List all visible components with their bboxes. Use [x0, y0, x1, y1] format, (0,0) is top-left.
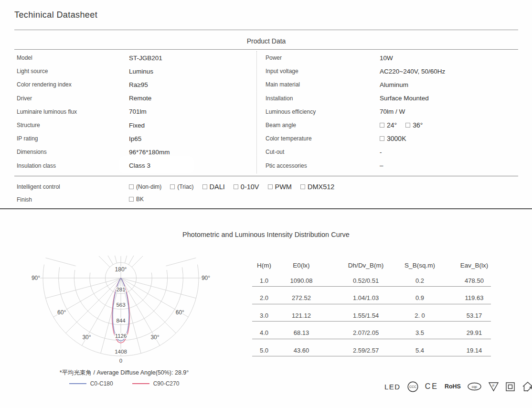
spec-label: Model: [17, 54, 129, 61]
double-insulation-icon: [505, 382, 515, 392]
table-row-underline: [252, 286, 491, 287]
chart-tick-label: 1408: [115, 349, 127, 354]
spec-label: Dimensions: [17, 149, 129, 155]
cqc-mark-icon: cqc: [467, 382, 482, 391]
checkbox-label: DMX512: [308, 183, 334, 191]
spec-value: Ip65: [129, 135, 141, 142]
spec-value: ST-JGB201: [129, 54, 162, 62]
spec-label: Luminous efficiency: [266, 108, 380, 115]
checkbox-option: BK: [129, 196, 144, 203]
legend-item-c0-c180: C0-C180: [69, 380, 113, 387]
table-header-cell: Eav_B(lx): [460, 262, 489, 269]
checkbox-group: 3000K: [380, 135, 415, 142]
checkbox-icon: [380, 123, 384, 128]
spec-value: AC220~240V, 50/60Hz: [380, 68, 445, 75]
spec-value: Class 3: [129, 162, 150, 169]
legend-line-icon: [132, 383, 149, 384]
table-header-cell: E0(lx): [293, 262, 309, 269]
table-row-underline: [252, 356, 491, 356]
spec-label: Installation: [266, 95, 380, 102]
table-row-underline: [252, 304, 491, 304]
spec-value: 70lm / W: [380, 108, 405, 115]
checkbox-option: (Non-dim): [129, 183, 161, 190]
spec-label: Driver: [17, 95, 129, 102]
spec-value: Luminus: [129, 68, 153, 75]
spec-value: Aluminum: [380, 81, 408, 88]
checkbox-group: 24°36°: [380, 121, 431, 129]
svg-text:F: F: [492, 383, 495, 387]
spec-row: Main materialAluminum: [266, 78, 519, 91]
spec-label: IP rating: [17, 135, 129, 142]
spec-value: Fixed: [129, 122, 145, 129]
spec-column-left: ModelST-JGB201Light sourceLuminusColor r…: [17, 51, 255, 172]
table-row: 2.0272.521.04/1.030.9119.63: [241, 291, 499, 304]
chart-tick-label: 563: [116, 302, 125, 308]
table-row: 5.043.602.59/2.575.419.14: [241, 344, 499, 356]
legend-item-c90-c270: C90-C270: [132, 380, 180, 387]
photometric-section-title: Photometric and Luminous Intensity Distr…: [0, 231, 532, 238]
table-cell: 1.04/1.03: [353, 294, 379, 301]
spec-row: Cut-out-: [266, 145, 519, 159]
spec-row: Insulation classClass 3: [17, 159, 255, 172]
chart-legend: C0-C180 C90-C270: [24, 380, 224, 387]
chart-tick-label: 60°: [176, 309, 184, 316]
divider-bottom: [0, 208, 532, 209]
table-row-underline: [252, 339, 491, 339]
spec-value: -: [380, 149, 382, 156]
table-cell: 4.0: [260, 329, 268, 336]
photometric-table: H(m)E0(lx)Dh/Dv_B(m)S_B(sq.m)Eav_B(lx) 1…: [241, 259, 499, 271]
table-cell: 5.4: [415, 346, 424, 354]
divider-mid: [14, 176, 518, 176]
spec-row: Intelligent control(Non-dim)(Triac)DALI0…: [17, 180, 518, 193]
spec-row: Beam angle24°36°: [266, 118, 519, 132]
spec-column-right: Power10WInput voltageAC220~240V, 50/60Hz…: [266, 51, 519, 172]
spec-row: Light sourceLuminus: [17, 64, 255, 78]
legend-label: C0-C180: [90, 380, 113, 387]
table-row: 4.068.132.07/2.053.529.91: [241, 326, 499, 339]
spec-row: FinishBK: [17, 193, 518, 206]
page-title: Techinical Datasheet: [14, 10, 97, 20]
table-cell: 0.52/0.51: [353, 277, 379, 284]
table-cell: 0.9: [415, 294, 424, 301]
spec-label: Power: [266, 54, 380, 61]
legend-label: C90-C270: [153, 380, 180, 387]
checkbox-label: (Non-dim): [136, 183, 161, 190]
spec-row: ModelST-JGB201: [17, 51, 255, 64]
table-cell: 2.59/2.57: [353, 346, 379, 354]
divider-under-section-title: [14, 49, 518, 50]
table-row: 3.0121.121.55/1.542. 053.17: [241, 309, 499, 322]
table-cell: 53.17: [467, 311, 482, 319]
spec-value: Remote: [129, 95, 151, 102]
spec-row: Luminous efficiency70lm / W: [266, 105, 519, 118]
table-cell: 43.60: [294, 346, 309, 354]
column-divider: [256, 51, 257, 173]
spec-label: Cut-out: [266, 149, 380, 155]
spec-label: Beam angle: [266, 122, 380, 129]
spec-value: 10W: [380, 54, 393, 62]
divider-top: [14, 30, 518, 30]
table-cell: 0.2: [415, 277, 424, 284]
spec-label: Color rendering index: [17, 81, 129, 88]
checkbox-option: 36°: [405, 121, 423, 129]
checkbox-option: (Triac): [170, 183, 193, 190]
table-cell: 2.07/2.05: [353, 329, 379, 336]
table-cell: 121.12: [292, 311, 311, 319]
spec-label: Color temperature: [266, 135, 380, 142]
chart-caption: *平均光束角 / Average Diffuse Angle(50%): 28.…: [19, 369, 229, 377]
spec-value: 701lm: [129, 108, 147, 115]
table-cell: 2. 0: [415, 311, 425, 319]
checkbox-icon: [405, 123, 410, 128]
chart-tick-label: 90°: [32, 275, 40, 281]
product-data-section-title: Product Data: [14, 37, 518, 45]
spec-label: Insulation class: [17, 162, 129, 169]
control-rows: Intelligent control(Non-dim)(Triac)DALI0…: [17, 180, 518, 206]
spec-row: InstallationSurface Mounted: [266, 92, 519, 105]
table-cell: 68.13: [294, 329, 309, 336]
spec-value: 96*76*180mm: [129, 149, 170, 156]
table-cell: 5.0: [260, 346, 268, 354]
checkbox-option: 0-10V: [234, 183, 259, 191]
table-cell: 3.0: [260, 311, 268, 319]
table-header-row: H(m)E0(lx)Dh/Dv_B(m)S_B(sq.m)Eav_B(lx): [241, 259, 499, 271]
checkbox-label: 24°: [387, 121, 397, 129]
checkbox-option: DALI: [202, 183, 225, 191]
